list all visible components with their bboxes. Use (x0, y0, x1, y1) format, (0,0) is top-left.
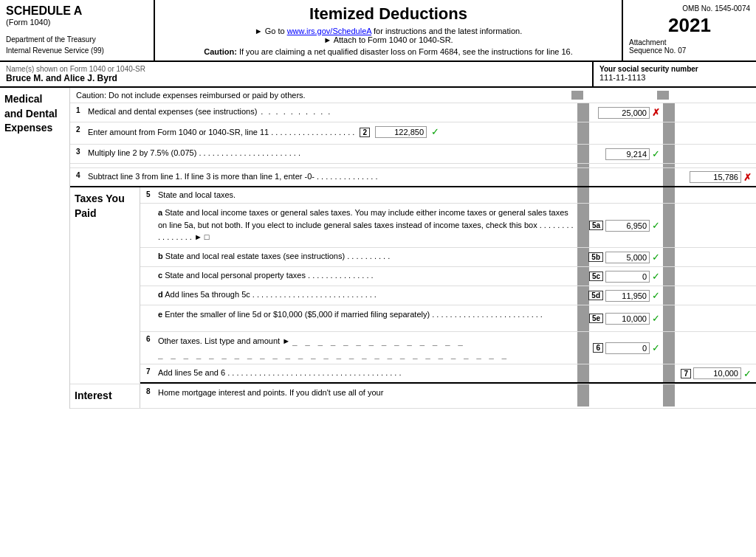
line-2-check: ✓ (431, 126, 439, 137)
line-2-inner-input[interactable] (375, 126, 427, 138)
taxes-lines: 5 State and local taxes. a State and loc… (140, 187, 756, 384)
line-2-num: 2 (70, 122, 85, 144)
line-6-blanks1: _ _ _ _ _ _ _ _ _ _ _ _ _ _ (292, 336, 464, 346)
line-4-right-field: ✗ (675, 168, 756, 186)
line-8-num: 8 (140, 384, 155, 406)
line-7-check: ✓ (743, 368, 752, 379)
line-5e-sublabel: e (158, 310, 162, 319)
line-5d-input[interactable] (605, 290, 650, 302)
line-5a-input[interactable] (605, 220, 650, 232)
line-1-num: 1 (70, 103, 85, 122)
interest-section-label: Interest (70, 384, 140, 408)
line-5-num: 5 (140, 187, 155, 203)
gray-5eb (663, 305, 675, 331)
interest-lines: 8 Home mortgage interest and points. If … (140, 384, 756, 408)
line-8-row: 8 Home mortgage interest and points. If … (140, 384, 756, 406)
line-5b-row: b State and local real estate taxes (see… (140, 248, 756, 267)
line-5e-check: ✓ (652, 313, 660, 324)
line-6-num: 6 (140, 332, 155, 364)
caution-prefix: Caution: (204, 47, 239, 56)
line-7-input[interactable] (693, 367, 741, 379)
gray-5ab (663, 204, 675, 247)
line-6-row: 6 Other taxes. List type and amount ► _ … (140, 332, 756, 364)
line-3-input[interactable] (605, 148, 650, 160)
line-7-mid (589, 364, 663, 382)
line-5c-field: 5c ✓ (589, 267, 663, 286)
line-7-desc: Add lines 5e and 6 . . . . . . . . . . .… (155, 364, 577, 382)
line-5b-sublabel: b (158, 252, 163, 260)
line-3-check: ✓ (652, 148, 660, 159)
line-5b-input[interactable] (605, 252, 650, 263)
caution-text-medical: Caution: Do not include expenses reimbur… (76, 91, 571, 100)
taxes-section-label: Taxes You Paid (70, 187, 140, 384)
header-right: OMB No. 1545-0074 2021 Attachment Sequen… (623, 0, 756, 60)
gray-6a (577, 332, 589, 364)
line-5a-sublabel: a (158, 208, 162, 217)
line-5c-desc: c State and local personal property taxe… (155, 267, 577, 286)
gray-7a (577, 364, 589, 382)
line-5e-field: 5e ✓ (589, 305, 663, 331)
gray-sep-4a (577, 168, 589, 186)
line-6-field: 6 ✓ (589, 332, 663, 364)
taxpayer-name: Bruce M. and Alice J. Byrd (6, 73, 586, 83)
irs-link[interactable]: www.irs.gov/ScheduleA (287, 27, 371, 35)
line-2-mid (589, 122, 663, 144)
line-6-desc: Other taxes. List type and amount ► _ _ … (155, 332, 577, 364)
instruction1: ► Go to www.irs.gov/ScheduleA for instru… (164, 27, 613, 35)
line-3-row: 3 Multiply line 2 by 7.5% (0.075) . . . … (70, 145, 756, 164)
gray-sep-2b (663, 122, 675, 144)
line-5d-field: 5d ✓ (589, 286, 663, 305)
line-6-input[interactable] (605, 342, 650, 354)
line-8-desc: Home mortgage interest and points. If yo… (155, 384, 577, 406)
dept-text: Department of the Treasury Internal Reve… (6, 34, 148, 56)
gray-5bb (663, 248, 675, 266)
line-5a-check: ✓ (652, 220, 660, 231)
line-3-mid-field: ✓ (589, 145, 663, 163)
line-5b-check: ✓ (652, 252, 660, 263)
line-1-input[interactable] (598, 107, 650, 119)
form-sub: (Form 1040) (6, 18, 148, 27)
line-5b-label: 5b (588, 252, 603, 262)
gray-5da (577, 286, 589, 305)
line-5a-label: 5a (589, 221, 603, 230)
line-2-desc: Enter amount from Form 1040 or 1040-SR, … (85, 122, 577, 144)
line-3-right (675, 145, 756, 163)
line-5e-desc: e Enter the smaller of line 5d or $10,00… (155, 305, 577, 331)
gray-8b (663, 384, 675, 406)
line-1-desc: Medical and dental expenses (see instruc… (85, 103, 577, 122)
line-3-desc: Multiply line 2 by 7.5% (0.075) . . . . … (85, 145, 577, 163)
line-5c-label: 5c (589, 271, 603, 281)
line-5d-row: d Add lines 5a through 5c . . . . . . . … (140, 286, 756, 305)
attachment-label: Attachment (629, 38, 750, 46)
schedule-title: SCHEDULE A (6, 4, 148, 18)
line-4-input[interactable] (690, 171, 741, 183)
page: SCHEDULE A (Form 1040) Department of the… (0, 0, 756, 557)
line-5e-label: 5e (589, 314, 603, 323)
line-5-header: 5 State and local taxes. (140, 187, 756, 204)
line-5d-check: ✓ (652, 290, 660, 301)
line-6-label: 6 (593, 343, 603, 353)
line-1-x-mark: ✗ (652, 107, 660, 118)
line-5b-desc: b State and local real estate taxes (see… (155, 248, 577, 266)
gray-7b (663, 364, 675, 382)
taxes-section-wrapper: Taxes You Paid 5 State and local taxes. (70, 187, 756, 384)
line-5c-sublabel: c (158, 271, 162, 280)
line-5c-input[interactable] (605, 271, 650, 283)
form-body: Medical and Dental Expenses Caution: Do … (0, 88, 756, 409)
gray-5a (577, 187, 589, 203)
gray-col-1 (571, 91, 583, 100)
medical-label: Medical and Dental Expenses (4, 92, 65, 136)
ssn-cell: Your social security number 111-11-1113 (594, 62, 756, 86)
line-6-blanks2: _ _ _ _ _ _ _ _ _ _ _ _ _ _ _ _ _ _ _ _ … (158, 350, 508, 359)
line-5a-field: 5a ✓ (589, 204, 663, 247)
line-1-row: 1 Medical and dental expenses (see instr… (70, 103, 756, 122)
line-5c-check: ✓ (652, 271, 660, 282)
gray-sep-1b (663, 103, 675, 122)
gray-sep-3a (577, 145, 589, 163)
line-5e-input[interactable] (605, 313, 650, 325)
line-7-right-field: 7 ✓ (675, 364, 756, 382)
gray-5b (663, 187, 675, 203)
line-4-x-mark: ✗ (743, 172, 752, 183)
sequence-number: Sequence No. 07 (629, 46, 750, 55)
header-left: SCHEDULE A (Form 1040) Department of the… (0, 0, 155, 60)
